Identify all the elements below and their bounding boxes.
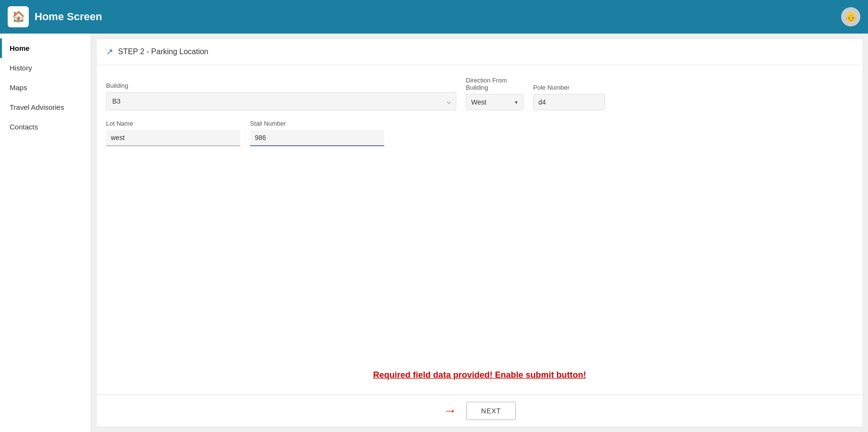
app-header: 🏠 Home Screen 👴 bbox=[0, 0, 868, 34]
sidebar-item-home[interactable]: Home bbox=[0, 38, 91, 58]
step-icon: ↗ bbox=[106, 47, 113, 57]
app-logo: 🏠 bbox=[8, 6, 29, 27]
step-title: STEP 2 - Parking Location bbox=[118, 47, 208, 56]
app-title: Home Screen bbox=[35, 11, 102, 23]
building-select-wrapper: B3 ⌵ bbox=[106, 92, 456, 110]
header-left: 🏠 Home Screen bbox=[8, 6, 102, 27]
message-area: Required field data provided! Enable sub… bbox=[96, 356, 863, 395]
form-row-2: Lot Name Stall Number bbox=[106, 120, 853, 146]
sidebar: Home History Maps Travel Advisories Cont… bbox=[0, 34, 91, 432]
form-body: Building B3 ⌵ Direction From Building bbox=[96, 65, 863, 356]
next-button[interactable]: NEXT bbox=[466, 402, 516, 420]
pole-value: d4 bbox=[533, 94, 605, 110]
lot-label: Lot Name bbox=[106, 120, 240, 127]
direction-field: Direction From Building West bbox=[466, 77, 523, 110]
form-footer: → NEXT bbox=[96, 395, 863, 427]
building-field: Building B3 ⌵ bbox=[106, 82, 456, 110]
building-select[interactable]: B3 bbox=[106, 92, 456, 110]
main-layout: Home History Maps Travel Advisories Cont… bbox=[0, 34, 868, 432]
form-row-1: Building B3 ⌵ Direction From Building bbox=[106, 77, 853, 110]
step-header: ↗ STEP 2 - Parking Location bbox=[96, 39, 863, 65]
sidebar-item-travel-advisories[interactable]: Travel Advisories bbox=[0, 97, 91, 117]
stall-field: Stall Number bbox=[250, 120, 384, 146]
arrow-right-icon: → bbox=[443, 403, 457, 419]
sidebar-item-contacts[interactable]: Contacts bbox=[0, 117, 91, 137]
content-card: ↗ STEP 2 - Parking Location Building B3 … bbox=[96, 38, 863, 427]
main-content: ↗ STEP 2 - Parking Location Building B3 … bbox=[91, 34, 868, 432]
direction-select[interactable]: West bbox=[466, 94, 523, 110]
sidebar-item-history[interactable]: History bbox=[0, 58, 91, 78]
stall-input[interactable] bbox=[250, 130, 384, 146]
stall-label: Stall Number bbox=[250, 120, 384, 127]
direction-label: Direction From Building bbox=[466, 77, 523, 91]
direction-select-wrapper: West bbox=[466, 94, 523, 110]
lot-input[interactable] bbox=[106, 130, 240, 146]
avatar[interactable]: 👴 bbox=[841, 7, 860, 26]
pole-label: Pole Number bbox=[533, 84, 605, 91]
pole-field: Pole Number d4 bbox=[533, 84, 605, 110]
building-label: Building bbox=[106, 82, 456, 89]
required-message: Required field data provided! Enable sub… bbox=[373, 370, 586, 380]
lot-field: Lot Name bbox=[106, 120, 240, 146]
sidebar-item-maps[interactable]: Maps bbox=[0, 78, 91, 97]
